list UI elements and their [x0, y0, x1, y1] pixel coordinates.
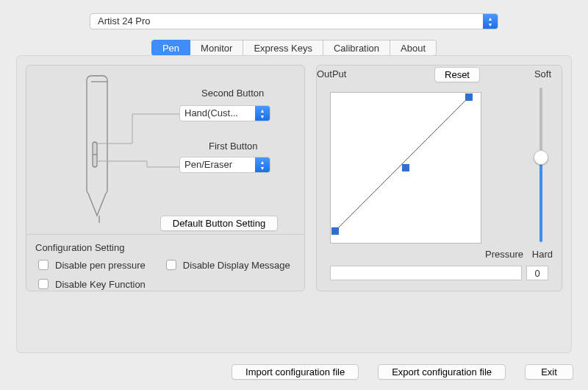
second-button-select[interactable]: Hand(Cust... — [179, 105, 270, 121]
device-select[interactable]: Artist 24 Pro — [90, 13, 498, 29]
curve-handle[interactable] — [402, 164, 409, 171]
configuration-setting-title: Configuration Setting — [35, 242, 295, 253]
chevrons-icon — [255, 157, 270, 172]
pen-settings-panel: Second Button Hand(Cust... First Button … — [26, 65, 305, 291]
slider-thumb[interactable] — [534, 150, 548, 165]
device-select-label: Artist 24 Pro — [90, 14, 483, 29]
tab-calibration[interactable]: Calibration — [323, 40, 390, 56]
chevrons-icon — [255, 106, 270, 121]
footer-buttons: Import configuration file Export configu… — [232, 364, 573, 380]
tab-pen[interactable]: Pen — [151, 40, 190, 56]
default-button-setting[interactable]: Default Button Setting — [160, 216, 278, 231]
output-label: OutPut — [317, 68, 346, 79]
import-config-button[interactable]: Import configuration file — [232, 364, 359, 380]
pressure-panel: OutPut Reset Soft Hard Pressure 0 — [316, 65, 562, 291]
main-panel: Second Button Hand(Cust... First Button … — [16, 55, 572, 353]
tab-about[interactable]: About — [390, 40, 437, 56]
soft-label: Soft — [534, 68, 551, 79]
exit-button[interactable]: Exit — [525, 364, 573, 380]
chevrons-icon — [483, 14, 498, 29]
softness-slider[interactable] — [539, 88, 542, 242]
tab-monitor[interactable]: Monitor — [190, 40, 243, 56]
pressure-label: Pressure — [485, 249, 523, 260]
first-button-select[interactable]: Pen/Eraser — [179, 157, 270, 173]
pressure-value: 0 — [526, 266, 548, 280]
reset-button[interactable]: Reset — [434, 67, 480, 82]
second-button-label: Second Button — [201, 88, 264, 99]
curve-handle[interactable] — [465, 93, 473, 101]
configuration-setting-group: Configuration Setting Disable pen pressu… — [26, 235, 304, 303]
export-config-button[interactable]: Export configuration file — [378, 364, 506, 380]
disable-key-function-checkbox[interactable]: Disable Key Function — [35, 277, 146, 291]
first-button-label: First Button — [209, 141, 257, 152]
pressure-bar — [330, 266, 522, 280]
curve-handle[interactable] — [331, 227, 339, 235]
disable-pen-pressure-checkbox[interactable]: Disable pen pressure — [35, 258, 146, 272]
pressure-curve[interactable] — [330, 92, 481, 244]
tab-bar: Pen Monitor Express Keys Calibration Abo… — [16, 40, 572, 56]
hard-label: Hard — [532, 249, 553, 260]
tab-express-keys[interactable]: Express Keys — [243, 40, 323, 56]
disable-display-message-checkbox[interactable]: Disable Display Message — [163, 258, 290, 272]
